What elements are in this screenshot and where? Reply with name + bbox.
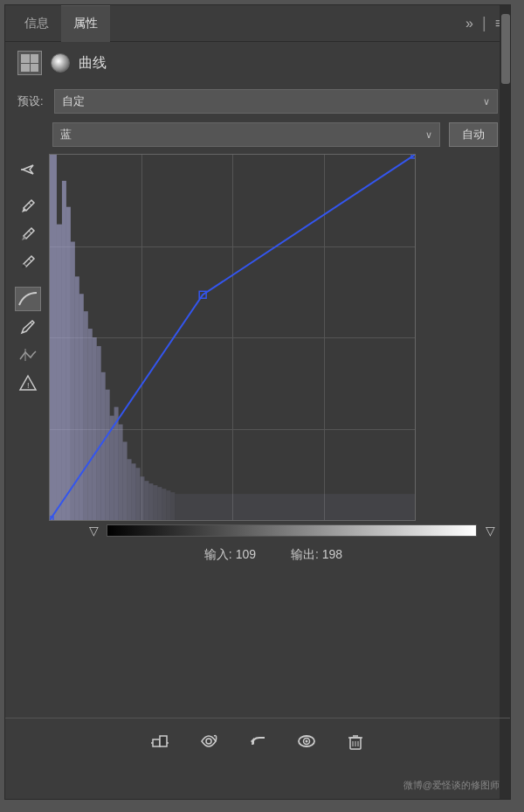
bottom-btn-trash[interactable] [340, 727, 371, 755]
svg-rect-10 [62, 181, 66, 520]
svg-line-3 [29, 259, 31, 261]
svg-rect-34 [166, 490, 170, 520]
svg-rect-31 [153, 485, 157, 520]
channel-dropdown[interactable]: 蓝 ∨ [52, 122, 440, 147]
bottom-btn-undo[interactable] [242, 727, 273, 755]
svg-rect-35 [170, 492, 175, 520]
svg-marker-41 [160, 736, 167, 746]
bottom-btn-cycle[interactable] [193, 727, 224, 755]
curves-title-row: 曲线 [5, 42, 510, 84]
scrollbar-thumb[interactable] [501, 14, 510, 84]
tool-curve-edit[interactable] [15, 287, 41, 311]
panel-icon-circle [51, 53, 70, 73]
bottom-toolbar [5, 718, 510, 764]
tab-right-icons: » | ≡ [465, 14, 503, 32]
tool-warning[interactable]: ! [15, 371, 41, 395]
preset-row: 预设: 自定 ∨ [5, 84, 510, 119]
left-toolbar: ! [12, 154, 44, 570]
svg-rect-36 [175, 494, 415, 520]
output-value: 198 [322, 547, 342, 561]
curves-chart-wrapper: ▽ ▽ 输入: 109 输出: 198 [49, 154, 498, 570]
curves-chart[interactable] [49, 154, 416, 521]
channel-value: 蓝 [60, 127, 72, 142]
gradient-strip [107, 524, 477, 537]
channel-row: 蓝 ∨ 自动 [5, 119, 510, 154]
gradient-triangle-right[interactable]: ▽ [482, 523, 498, 538]
svg-rect-18 [97, 346, 101, 520]
divider-icon: | [482, 14, 486, 32]
tool-smooth[interactable] [15, 343, 41, 367]
svg-rect-11 [66, 207, 71, 520]
input-label: 输入: 109 [204, 547, 256, 563]
svg-rect-16 [88, 329, 93, 520]
main-area: ! [5, 154, 510, 570]
bottom-btn-visibility[interactable] [291, 727, 322, 755]
svg-line-1 [29, 203, 31, 205]
tool-eyedropper-black[interactable] [15, 250, 41, 274]
svg-rect-33 [162, 489, 166, 520]
scrollbar-track[interactable] [500, 5, 510, 799]
expand-icon[interactable]: » [465, 16, 473, 31]
svg-line-4 [31, 323, 32, 324]
svg-point-48 [306, 740, 308, 743]
gradient-triangle-left[interactable]: ▽ [86, 523, 101, 538]
panel-icon-grid [17, 51, 42, 75]
svg-rect-19 [101, 372, 106, 520]
input-value: 109 [236, 547, 256, 561]
svg-rect-32 [157, 487, 162, 520]
svg-rect-14 [79, 294, 84, 520]
preset-value: 自定 [62, 94, 85, 109]
channel-chevron: ∨ [425, 129, 432, 141]
svg-rect-30 [148, 483, 153, 520]
svg-rect-13 [75, 276, 79, 520]
svg-rect-17 [93, 337, 97, 520]
tab-bar: 信息 属性 » | ≡ [5, 5, 510, 42]
io-row: 输入: 109 输出: 198 [49, 538, 498, 570]
svg-rect-12 [71, 242, 75, 520]
svg-rect-23 [119, 425, 123, 520]
svg-rect-9 [57, 225, 62, 520]
svg-point-44 [206, 739, 211, 744]
tool-eyedropper-white[interactable] [15, 194, 41, 219]
curves-svg [50, 155, 415, 520]
tool-pencil[interactable] [15, 315, 41, 339]
svg-rect-20 [106, 390, 110, 520]
preset-dropdown[interactable]: 自定 ∨ [54, 89, 498, 114]
svg-rect-40 [153, 739, 160, 746]
tab-info[interactable]: 信息 [12, 5, 61, 42]
svg-line-2 [29, 231, 31, 233]
tool-eyedropper-gray[interactable] [15, 222, 41, 246]
bottom-btn-target[interactable] [144, 727, 176, 755]
tool-pointer[interactable] [15, 157, 41, 182]
auto-button[interactable]: 自动 [449, 122, 498, 147]
gradient-strip-row: ▽ ▽ [86, 523, 498, 538]
svg-rect-24 [123, 441, 128, 520]
svg-rect-15 [84, 311, 88, 520]
svg-rect-29 [144, 481, 148, 520]
svg-text:!: ! [27, 381, 30, 390]
svg-rect-26 [132, 463, 136, 520]
output-label: 输出: 198 [291, 547, 342, 563]
watermark: 微博@爱怪谈的修图师 [403, 779, 500, 792]
svg-rect-8 [50, 155, 57, 520]
svg-rect-25 [128, 459, 132, 520]
properties-panel: 信息 属性 » | ≡ 曲线 预设: 自定 ∨ [4, 4, 511, 800]
svg-rect-27 [136, 468, 141, 520]
tab-properties[interactable]: 属性 [61, 5, 110, 42]
curves-panel-title: 曲线 [79, 54, 107, 73]
svg-rect-28 [141, 476, 145, 520]
preset-label: 预设: [17, 94, 45, 109]
preset-chevron: ∨ [483, 96, 490, 108]
